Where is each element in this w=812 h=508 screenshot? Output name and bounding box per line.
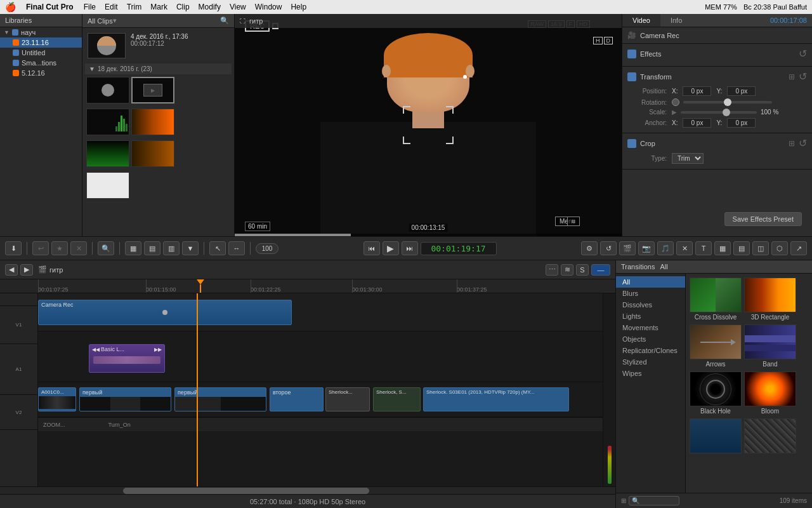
trans-cat-replicator[interactable]: Replicator/Clones [616, 345, 685, 356]
favorite-btn[interactable]: ★ [51, 241, 68, 255]
clip-basic-l[interactable]: ◀◀ Basic L... ▶▶ [89, 344, 165, 373]
expand-date-icon[interactable]: ▼ [89, 65, 95, 72]
tab-info[interactable]: Info [660, 14, 692, 27]
trans-cat-all[interactable]: All [616, 276, 685, 288]
x-input[interactable] [683, 86, 711, 96]
tool-photo[interactable]: 📷 [638, 241, 655, 255]
timeline-next[interactable]: ▶ [20, 264, 33, 276]
tool1[interactable]: ⚙ [581, 241, 598, 255]
effects-reset-icon[interactable]: ↺ [799, 48, 807, 60]
tool6[interactable]: ◫ [752, 241, 769, 255]
transitions-search[interactable] [629, 496, 679, 505]
undo-btn[interactable]: ↩ [32, 241, 49, 255]
tl-skim[interactable]: S [576, 264, 589, 276]
trans-cat-objects[interactable]: Objects [616, 333, 685, 345]
trans-cat-lights[interactable]: Lights [616, 311, 685, 322]
view-list-btn[interactable]: ▦ [125, 241, 141, 255]
thumb-7[interactable] [86, 172, 129, 199]
menu-window[interactable]: Window [255, 3, 282, 11]
scale-play-icon[interactable]: ▶ [672, 109, 677, 116]
thumb-6[interactable] [131, 140, 174, 167]
trans-black-hole[interactable]: Black Hole [690, 371, 742, 416]
timeline-scrollbar[interactable] [0, 486, 615, 494]
clip-pervyi-2[interactable]: первый [174, 387, 266, 411]
anchor-x-input[interactable] [683, 118, 711, 128]
apple-menu[interactable]: 🍎 [5, 2, 16, 12]
tool-share[interactable]: ↗ [790, 241, 807, 255]
menu-clip[interactable]: Clip [176, 3, 190, 11]
playback-speed[interactable]: 100 [256, 243, 278, 254]
tool2[interactable]: ↺ [600, 241, 617, 255]
trans-cross-dissolve[interactable]: Cross Dissolve [690, 277, 742, 322]
next-frame-btn[interactable]: ⏭ [402, 241, 418, 255]
tool5[interactable]: ▤ [733, 241, 750, 255]
thumb-3[interactable] [86, 109, 129, 135]
timeline-prev[interactable]: ◀ [5, 264, 18, 276]
clip-pervyi-1[interactable]: первый [79, 387, 171, 411]
lib-item-23[interactable]: 23.11.16 [0, 37, 82, 48]
tool-trim[interactable]: ↔ [228, 241, 245, 255]
menu-view[interactable]: View [230, 3, 246, 11]
prev-frame-btn[interactable]: ⏮ [363, 241, 380, 255]
trans-band[interactable]: Band [744, 324, 796, 369]
lib-item-untitled[interactable]: Untitled [0, 48, 82, 58]
menu-edit[interactable]: Edit [105, 3, 118, 11]
trans-extra-2[interactable] [744, 418, 796, 456]
rotation-slider[interactable] [683, 101, 772, 104]
trans-cat-dissolves[interactable]: Dissolves [616, 299, 685, 311]
tl-mode[interactable]: — [591, 264, 610, 276]
clip-vtoroe[interactable]: второе [270, 387, 324, 411]
tool-video[interactable]: 🎬 [619, 241, 636, 255]
thumb-4[interactable] [131, 109, 174, 135]
search-icon[interactable]: 🔍 [220, 17, 229, 25]
thumb-2[interactable]: ▶ [131, 77, 174, 104]
menu-mark[interactable]: Mark [150, 3, 167, 11]
trans-cat-wipes[interactable]: Wipes [616, 368, 685, 379]
clip-camera-rec[interactable]: Camera Rec [38, 300, 292, 325]
tool-audio[interactable]: 🎵 [657, 241, 674, 255]
filter-icon[interactable]: ▾ [113, 17, 117, 25]
lib-item-sma[interactable]: Sma...tions [0, 58, 82, 68]
trans-bloom[interactable]: Bloom [744, 371, 796, 416]
clip-a001[interactable]: A001C0... [38, 387, 76, 411]
transform-reset-icon[interactable]: ↺ [799, 70, 807, 83]
thumb-1[interactable] [86, 77, 129, 104]
menu-trim[interactable]: Trim [127, 3, 142, 11]
trans-cat-stylized[interactable]: Stylized [616, 356, 685, 368]
trans-3d-rectangle[interactable]: 3D Rectangle [744, 277, 796, 322]
tool-text[interactable]: T [695, 241, 712, 255]
view-filmstrip-btn[interactable]: ▤ [144, 241, 160, 255]
trans-cat-blurs[interactable]: Blurs [616, 288, 685, 299]
clip-item-main[interactable]: 4 дек. 2016 г., 17:36 00:00:17:12 [85, 30, 232, 61]
import-btn[interactable]: ⬇ [5, 241, 22, 255]
lib-item-512[interactable]: 5.12.16 [0, 68, 82, 78]
anchor-y-input[interactable] [727, 118, 756, 128]
save-effects-button[interactable]: Save Effects Preset [724, 212, 802, 226]
crop-reset-icon[interactable]: ↺ [799, 137, 807, 149]
tool7[interactable]: ⬡ [771, 241, 788, 255]
tool-select[interactable]: ↖ [209, 241, 226, 255]
tl-clip-view[interactable]: ⋯ [546, 264, 558, 276]
view-detail-btn[interactable]: ▥ [163, 241, 180, 255]
menu-file[interactable]: File [84, 3, 96, 11]
menu-help[interactable]: Help [291, 3, 306, 11]
trans-arrows[interactable]: Arrows [690, 324, 742, 369]
transform-layout-icon[interactable]: ⊞ [789, 72, 795, 81]
scale-slider[interactable] [681, 111, 757, 114]
tool3[interactable]: ✕ [676, 241, 693, 255]
trans-extra-1[interactable] [690, 418, 742, 456]
menu-modify[interactable]: Modify [199, 3, 221, 11]
play-btn[interactable]: ▶ [383, 241, 399, 255]
clip-sherlock-2[interactable]: Sherlock, S... [373, 387, 421, 411]
grid-icon[interactable]: ⊞ [621, 497, 626, 504]
search-btn[interactable]: 🔍 [98, 241, 114, 255]
rotation-dial[interactable] [672, 98, 679, 106]
y-input[interactable] [727, 86, 756, 96]
view-options-btn[interactable]: ▼ [182, 241, 199, 255]
crop-layout-icon[interactable]: ⊞ [789, 139, 795, 148]
tl-audio-view[interactable]: ≋ [561, 264, 573, 276]
crop-type-select[interactable]: Trim [672, 153, 704, 164]
thumb-5[interactable] [86, 140, 129, 167]
clip-sherlock-3[interactable]: Sherlock. S03E01 (2013, HDTVRip 720p) (M… [423, 387, 569, 411]
reject-btn[interactable]: ✕ [70, 241, 87, 255]
